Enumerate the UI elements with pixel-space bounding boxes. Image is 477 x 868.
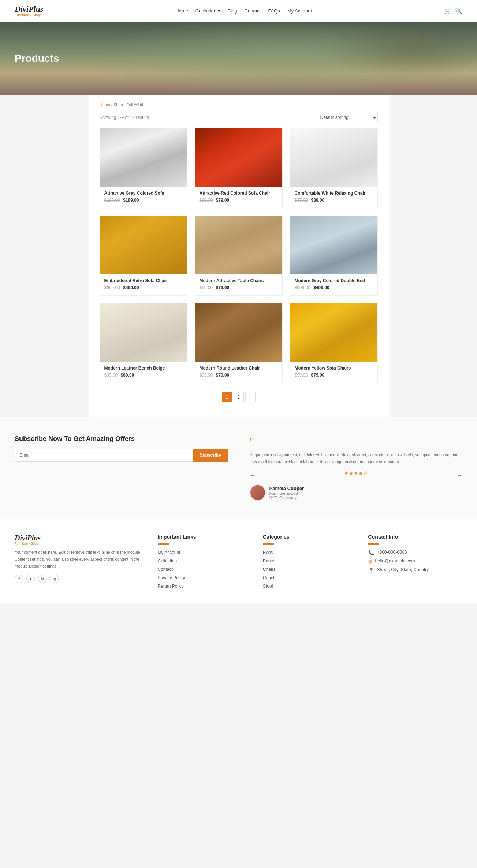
- contact-email-text: hello@example.com: [375, 558, 415, 564]
- price-new: $499.00: [123, 285, 139, 290]
- email-icon: ✉: [368, 559, 372, 564]
- product-image: [100, 216, 187, 274]
- product-card[interactable]: Sale! Attractive Gray Colored Sofa $199.…: [100, 128, 187, 208]
- testimonial-prev[interactable]: ←: [250, 472, 256, 479]
- nav-home[interactable]: Home: [175, 8, 188, 14]
- subscribe-title: Subscribe Now To Get Amazing Offers: [15, 435, 228, 443]
- nav-blog[interactable]: Blog: [228, 8, 237, 14]
- price-old: $99.00: [200, 373, 213, 378]
- product-card[interactable]: Sale! Attractive Red Colored Sofa Chair …: [195, 128, 283, 208]
- price-new: $79.00: [216, 373, 230, 378]
- product-info: Modern Gray Colored Double Bed $999.00 $…: [290, 274, 377, 295]
- footer-categories-section: Categories Beds Bench Chairs Couch Stool: [263, 534, 357, 592]
- product-price: $199.00 $189.00: [104, 198, 183, 203]
- product-info: Comfortable White Relaxing Chair $47.00 …: [290, 187, 377, 208]
- categories-underline: [263, 543, 274, 545]
- product-price: $99.00 $79.00: [200, 198, 278, 203]
- product-grid: Sale! Attractive Gray Colored Sofa $199.…: [100, 128, 378, 383]
- product-image: [195, 216, 282, 274]
- price-old: $699.00: [104, 285, 120, 290]
- contact-title: Contact Info: [368, 534, 463, 540]
- product-card[interactable]: Sale! Modern Gray Colored Double Bed $99…: [290, 216, 378, 296]
- footer-link-return[interactable]: Return Policy: [158, 584, 184, 589]
- product-card[interactable]: Sale! Comfortable White Relaxing Chair $…: [290, 128, 378, 208]
- categories-list: Beds Bench Chairs Couch Stool: [263, 550, 357, 589]
- product-name: Modern Round Leather Chair: [200, 366, 278, 371]
- product-info: Modern Attractive Table Chairs $99.00 $7…: [195, 274, 282, 295]
- footer-cat-beds[interactable]: Beds: [263, 550, 273, 555]
- breadcrumb: Home / Shop - Full Width: [100, 102, 378, 107]
- price-old: $99.00: [200, 198, 213, 203]
- product-card[interactable]: Sale! Modern Round Leather Chair $99.00 …: [195, 303, 283, 383]
- product-name: Attractive Gray Colored Sofa: [104, 191, 183, 196]
- nav-collection[interactable]: Collection ▾: [195, 8, 220, 14]
- nav-my-account[interactable]: My Account: [287, 8, 312, 14]
- price-new: $79.00: [311, 373, 325, 378]
- search-icon[interactable]: 🔍: [455, 7, 462, 14]
- important-links-title: Important Links: [158, 534, 252, 540]
- product-image: [290, 128, 377, 187]
- main-nav: Home Collection ▾ Blog Contact FAQs My A…: [175, 8, 312, 14]
- nav-faqs[interactable]: FAQs: [268, 8, 280, 14]
- site-logo[interactable]: DiviPlus Furniture - Shop: [15, 4, 43, 17]
- contact-address: 📍 Street, City, State, Country: [368, 567, 463, 573]
- reviewer-name: Pamela Cooper: [269, 486, 304, 491]
- hero-section: Products: [0, 22, 477, 95]
- footer-link-contact[interactable]: Contact: [158, 567, 173, 572]
- hero-title: Products: [15, 53, 59, 64]
- footer-link-myaccount[interactable]: My Account: [158, 550, 180, 555]
- cart-icon[interactable]: 🛒: [444, 7, 451, 14]
- product-card[interactable]: Sale! Modern Leather Bench Beige $99.00 …: [100, 303, 187, 383]
- product-price: $699.00 $499.00: [104, 285, 183, 290]
- footer-social: f t in ig: [15, 575, 147, 583]
- product-price: $99.00 $79.00: [200, 373, 278, 378]
- footer-cat-couch[interactable]: Couch: [263, 575, 276, 580]
- price-new: $89.00: [121, 373, 134, 378]
- testimonial-next[interactable]: →: [456, 472, 462, 479]
- page-btn-2[interactable]: 2: [234, 392, 244, 402]
- breadcrumb-home[interactable]: Home: [100, 102, 110, 107]
- subscribe-section: Subscribe Now To Get Amazing Offers Subs…: [0, 417, 477, 519]
- logo-tagline: Furniture - Shop: [15, 13, 43, 17]
- instagram-icon[interactable]: ig: [50, 575, 59, 583]
- site-header: DiviPlus Furniture - Shop Home Collectio…: [0, 0, 477, 22]
- logo-name: DiviPlus: [15, 4, 43, 14]
- page-btn-1[interactable]: 1: [222, 392, 232, 402]
- linkedin-icon[interactable]: in: [38, 575, 47, 583]
- product-card[interactable]: Sale! Modern Attractive Table Chairs $99…: [195, 216, 283, 296]
- pagination: 1 2 →: [100, 392, 378, 402]
- testimonial-text: Neque porro quisquam est, qui dolorem ip…: [250, 452, 463, 465]
- product-price: $99.00 $89.00: [104, 373, 183, 378]
- reviewer-info: Pamela Cooper Furniture Expert XYZ. Comp…: [269, 486, 304, 500]
- footer-about-section: DiviPlus Furniture - Shop Your content g…: [15, 534, 147, 592]
- footer-cat-bench[interactable]: Bench: [263, 558, 275, 564]
- nav-contact[interactable]: Contact: [245, 8, 261, 14]
- important-links-list: My Account Collection Contact Privacy Po…: [158, 550, 252, 589]
- quote-icon: ": [250, 435, 463, 449]
- product-image: [100, 303, 187, 362]
- twitter-icon[interactable]: t: [26, 575, 35, 583]
- footer-link-privacy[interactable]: Privacy Policy: [158, 575, 185, 580]
- footer-cat-stool[interactable]: Stool: [263, 584, 273, 589]
- testimonial-stars: ★★★★☆: [344, 470, 368, 476]
- price-new: $189.00: [123, 198, 139, 203]
- subscribe-button[interactable]: Subscribe: [193, 449, 227, 462]
- product-info: Attractive Red Colored Sofa Chair $99.00…: [195, 187, 282, 208]
- email-input[interactable]: [15, 449, 193, 462]
- product-card[interactable]: Sale! Modern Yellow Sofa Chairs $99.00 $…: [290, 303, 378, 383]
- footer-link-collection[interactable]: Collection: [158, 558, 177, 564]
- sort-dropdown[interactable]: Default sorting Sort by popularity Sort …: [316, 113, 378, 122]
- facebook-icon[interactable]: f: [15, 575, 23, 583]
- shop-toolbar: Showing 1-9 of 12 results Default sortin…: [100, 113, 378, 122]
- contact-phone-text: +000-000-0000: [377, 550, 407, 555]
- price-new: $39.00: [311, 198, 325, 203]
- page-btn-next[interactable]: →: [245, 392, 256, 402]
- footer-logo-name: DiviPlus: [15, 534, 147, 542]
- product-name: Modern Gray Colored Double Bed: [295, 278, 373, 283]
- product-info: Modern Round Leather Chair $99.00 $79.00: [195, 362, 282, 383]
- results-count: Showing 1-9 of 12 results: [100, 115, 149, 120]
- footer-cat-chairs[interactable]: Chairs: [263, 567, 276, 572]
- product-card[interactable]: Sale! Embroidered Retro Sofa Chair $699.…: [100, 216, 187, 296]
- product-name: Modern Yellow Sofa Chairs: [295, 366, 373, 371]
- price-new: $79.00: [216, 198, 230, 203]
